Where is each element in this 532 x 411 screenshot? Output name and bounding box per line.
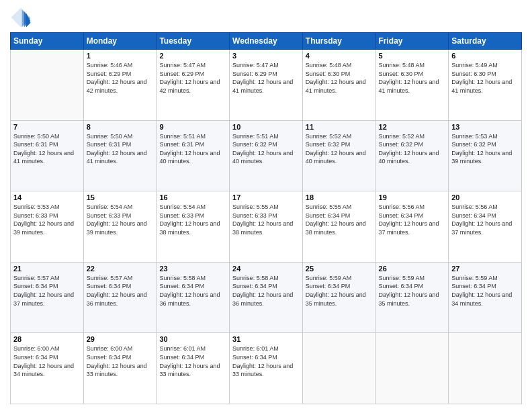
sunset: Sunset: 6:34 PM bbox=[13, 354, 58, 361]
daylight: Daylight: 12 hours and 39 minutes. bbox=[87, 220, 147, 236]
day-cell: 14 Sunrise: 5:53 AM Sunset: 6:33 PM Dayl… bbox=[11, 191, 84, 263]
sunrise: Sunrise: 5:52 AM bbox=[379, 133, 425, 140]
day-number: 26 bbox=[379, 265, 446, 273]
sunrise: Sunrise: 5:57 AM bbox=[13, 275, 60, 281]
day-header-sunday: Sunday bbox=[11, 33, 84, 50]
day-info: Sunrise: 5:56 AM Sunset: 6:34 PM Dayligh… bbox=[379, 203, 446, 236]
day-info: Sunrise: 5:51 AM Sunset: 6:31 PM Dayligh… bbox=[159, 132, 226, 166]
sunset: Sunset: 6:29 PM bbox=[232, 71, 277, 77]
day-cell: 17 Sunrise: 5:55 AM Sunset: 6:33 PM Dayl… bbox=[230, 191, 303, 263]
daylight: Daylight: 12 hours and 41 minutes. bbox=[306, 79, 366, 94]
day-number: 19 bbox=[379, 193, 446, 201]
day-cell: 10 Sunrise: 5:51 AM Sunset: 6:32 PM Dayl… bbox=[230, 120, 303, 191]
sunrise: Sunrise: 6:01 AM bbox=[159, 345, 206, 352]
day-info: Sunrise: 5:58 AM Sunset: 6:34 PM Dayligh… bbox=[159, 274, 226, 308]
daylight: Daylight: 12 hours and 38 minutes. bbox=[306, 220, 366, 236]
daylight: Daylight: 12 hours and 34 minutes. bbox=[451, 291, 512, 307]
calendar-header: SundayMondayTuesdayWednesdayThursdayFrid… bbox=[11, 33, 522, 50]
daylight: Daylight: 12 hours and 42 minutes. bbox=[87, 79, 147, 94]
daylight: Daylight: 12 hours and 35 minutes. bbox=[306, 291, 366, 307]
day-number: 2 bbox=[159, 52, 226, 60]
daylight: Daylight: 12 hours and 37 minutes. bbox=[379, 220, 439, 236]
daylight: Daylight: 12 hours and 36 minutes. bbox=[87, 291, 147, 307]
day-cell: 13 Sunrise: 5:53 AM Sunset: 6:32 PM Dayl… bbox=[449, 120, 522, 191]
daylight: Daylight: 12 hours and 38 minutes. bbox=[232, 220, 293, 236]
sunrise: Sunrise: 5:55 AM bbox=[232, 203, 279, 210]
sunrise: Sunrise: 5:54 AM bbox=[159, 203, 206, 210]
day-number: 3 bbox=[232, 52, 300, 60]
sunset: Sunset: 6:34 PM bbox=[306, 283, 351, 289]
day-number: 16 bbox=[159, 193, 226, 201]
day-header-wednesday: Wednesday bbox=[230, 33, 303, 50]
sunrise: Sunrise: 5:46 AM bbox=[87, 62, 133, 68]
day-number: 7 bbox=[13, 123, 81, 131]
sunrise: Sunrise: 5:58 AM bbox=[232, 275, 279, 281]
day-cell: 23 Sunrise: 5:58 AM Sunset: 6:34 PM Dayl… bbox=[157, 262, 230, 333]
sunset: Sunset: 6:30 PM bbox=[451, 71, 496, 77]
sunset: Sunset: 6:31 PM bbox=[159, 141, 204, 148]
day-number: 25 bbox=[306, 265, 373, 273]
sunset: Sunset: 6:34 PM bbox=[232, 283, 277, 289]
day-info: Sunrise: 5:54 AM Sunset: 6:33 PM Dayligh… bbox=[87, 203, 154, 236]
day-cell: 20 Sunrise: 5:56 AM Sunset: 6:34 PM Dayl… bbox=[449, 191, 522, 263]
day-info: Sunrise: 5:47 AM Sunset: 6:29 PM Dayligh… bbox=[232, 61, 300, 95]
sunset: Sunset: 6:30 PM bbox=[379, 71, 424, 77]
day-info: Sunrise: 5:59 AM Sunset: 6:34 PM Dayligh… bbox=[306, 274, 373, 308]
day-cell: 28 Sunrise: 6:00 AM Sunset: 6:34 PM Dayl… bbox=[11, 333, 84, 404]
header bbox=[10, 7, 522, 28]
day-number: 14 bbox=[13, 193, 81, 201]
daylight: Daylight: 12 hours and 33 minutes. bbox=[232, 363, 293, 378]
daylight: Daylight: 12 hours and 33 minutes. bbox=[159, 363, 220, 378]
day-info: Sunrise: 5:46 AM Sunset: 6:29 PM Dayligh… bbox=[87, 61, 154, 95]
day-cell: 24 Sunrise: 5:58 AM Sunset: 6:34 PM Dayl… bbox=[230, 262, 303, 333]
day-header-tuesday: Tuesday bbox=[157, 33, 230, 50]
sunset: Sunset: 6:34 PM bbox=[379, 283, 424, 289]
daylight: Daylight: 12 hours and 40 minutes. bbox=[159, 150, 220, 165]
sunrise: Sunrise: 5:56 AM bbox=[379, 203, 425, 210]
day-number: 11 bbox=[306, 123, 373, 131]
day-number: 22 bbox=[87, 265, 154, 273]
sunset: Sunset: 6:32 PM bbox=[232, 141, 277, 148]
daylight: Daylight: 12 hours and 42 minutes. bbox=[159, 79, 220, 94]
day-info: Sunrise: 6:00 AM Sunset: 6:34 PM Dayligh… bbox=[13, 345, 81, 378]
daylight: Daylight: 12 hours and 40 minutes. bbox=[232, 150, 293, 165]
sunrise: Sunrise: 5:52 AM bbox=[306, 133, 352, 140]
day-info: Sunrise: 5:47 AM Sunset: 6:29 PM Dayligh… bbox=[159, 61, 226, 95]
day-info: Sunrise: 6:01 AM Sunset: 6:34 PM Dayligh… bbox=[159, 345, 226, 378]
week-row-1: 1 Sunrise: 5:46 AM Sunset: 6:29 PM Dayli… bbox=[11, 50, 522, 121]
sunset: Sunset: 6:31 PM bbox=[13, 141, 58, 148]
day-info: Sunrise: 5:50 AM Sunset: 6:31 PM Dayligh… bbox=[13, 132, 81, 166]
day-number: 10 bbox=[232, 123, 300, 131]
day-info: Sunrise: 5:53 AM Sunset: 6:33 PM Dayligh… bbox=[13, 203, 81, 236]
daylight: Daylight: 12 hours and 40 minutes. bbox=[379, 150, 439, 165]
day-cell: 8 Sunrise: 5:50 AM Sunset: 6:31 PM Dayli… bbox=[83, 120, 157, 191]
day-number: 1 bbox=[87, 52, 154, 60]
day-cell: 12 Sunrise: 5:52 AM Sunset: 6:32 PM Dayl… bbox=[375, 120, 449, 191]
day-info: Sunrise: 6:01 AM Sunset: 6:34 PM Dayligh… bbox=[232, 345, 300, 378]
sunset: Sunset: 6:34 PM bbox=[451, 283, 496, 289]
sunrise: Sunrise: 5:54 AM bbox=[87, 203, 133, 210]
sunrise: Sunrise: 5:48 AM bbox=[379, 62, 425, 68]
day-info: Sunrise: 5:50 AM Sunset: 6:31 PM Dayligh… bbox=[87, 132, 154, 166]
logo-icon bbox=[10, 7, 32, 28]
day-info: Sunrise: 5:59 AM Sunset: 6:34 PM Dayligh… bbox=[379, 274, 446, 308]
day-info: Sunrise: 5:54 AM Sunset: 6:33 PM Dayligh… bbox=[159, 203, 226, 236]
day-cell: 11 Sunrise: 5:52 AM Sunset: 6:32 PM Dayl… bbox=[302, 120, 375, 191]
daylight: Daylight: 12 hours and 41 minutes. bbox=[13, 150, 74, 165]
sunset: Sunset: 6:32 PM bbox=[306, 141, 351, 148]
day-info: Sunrise: 5:55 AM Sunset: 6:34 PM Dayligh… bbox=[306, 203, 373, 236]
sunset: Sunset: 6:34 PM bbox=[379, 212, 424, 219]
week-row-2: 7 Sunrise: 5:50 AM Sunset: 6:31 PM Dayli… bbox=[11, 120, 522, 191]
sunrise: Sunrise: 5:47 AM bbox=[159, 62, 206, 68]
daylight: Daylight: 12 hours and 40 minutes. bbox=[306, 150, 366, 165]
day-cell: 3 Sunrise: 5:47 AM Sunset: 6:29 PM Dayli… bbox=[230, 50, 303, 121]
sunset: Sunset: 6:34 PM bbox=[159, 283, 204, 289]
sunset: Sunset: 6:34 PM bbox=[306, 212, 351, 219]
week-row-5: 28 Sunrise: 6:00 AM Sunset: 6:34 PM Dayl… bbox=[11, 333, 522, 404]
day-header-monday: Monday bbox=[83, 33, 157, 50]
daylight: Daylight: 12 hours and 36 minutes. bbox=[232, 291, 293, 307]
sunrise: Sunrise: 5:53 AM bbox=[451, 133, 498, 140]
sunset: Sunset: 6:34 PM bbox=[87, 283, 132, 289]
daylight: Daylight: 12 hours and 36 minutes. bbox=[159, 291, 220, 307]
sunrise: Sunrise: 5:59 AM bbox=[451, 275, 498, 281]
